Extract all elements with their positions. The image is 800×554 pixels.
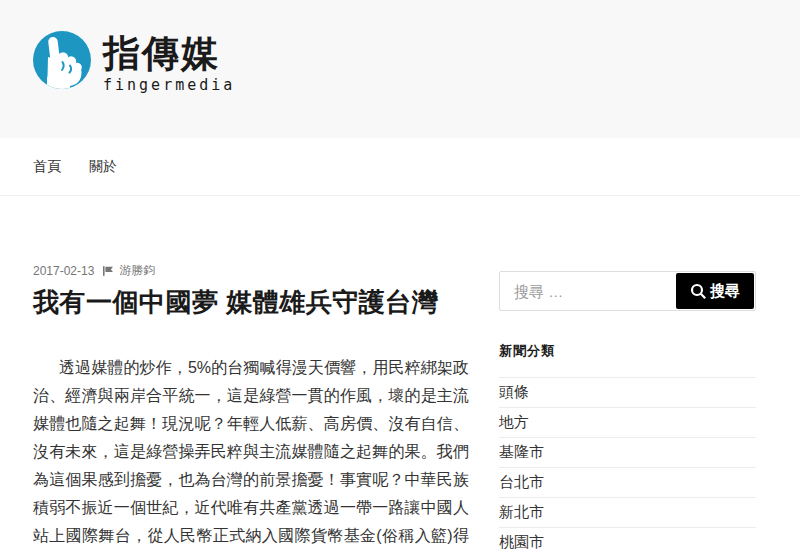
- site-logo-link[interactable]: 指傳媒 fingermedia: [33, 31, 235, 94]
- article-title: 我有一個中國夢 媒體雄兵守護台灣: [33, 287, 469, 318]
- category-link-newtaipei[interactable]: 新北市: [499, 498, 756, 527]
- site-header: 指傳媒 fingermedia: [0, 0, 800, 138]
- category-link-local[interactable]: 地方: [499, 408, 756, 437]
- categories-list: 頭條 地方 基隆市 台北市 新北市 桃園市: [499, 377, 756, 554]
- nav-item-about[interactable]: 關於: [89, 158, 117, 176]
- category-link-keelung[interactable]: 基隆市: [499, 438, 756, 467]
- main-nav: 首頁 關於: [0, 138, 800, 196]
- article-meta: 2017-02-13 游勝鈞: [33, 262, 469, 279]
- search-button[interactable]: 搜尋: [676, 273, 754, 309]
- category-link-taipei[interactable]: 台北市: [499, 468, 756, 497]
- list-item: 地方: [499, 408, 756, 438]
- content-area: 2017-02-13 游勝鈞 我有一個中國夢 媒體雄兵守護台灣 透過媒體的炒作，…: [0, 196, 800, 554]
- list-item: 台北市: [499, 468, 756, 498]
- article-date: 2017-02-13: [33, 264, 94, 278]
- list-item: 桃園市: [499, 528, 756, 554]
- nav-item-home[interactable]: 首頁: [33, 158, 61, 176]
- author-flag-icon: [102, 265, 114, 277]
- search-button-label: 搜尋: [710, 282, 740, 301]
- list-item: 基隆市: [499, 438, 756, 468]
- search-form: 搜尋: [499, 271, 756, 311]
- list-item: 頭條: [499, 378, 756, 408]
- site-tagline: fingermedia: [103, 76, 235, 94]
- article-body: 透過媒體的炒作，5%的台獨喊得漫天價響，用民粹綁架政治、經濟與兩岸合平統一，這是…: [33, 354, 469, 554]
- site-name: 指傳媒: [103, 34, 235, 75]
- search-icon: [690, 283, 707, 300]
- article-author-link[interactable]: 游勝鈞: [119, 262, 155, 279]
- categories-widget: 新聞分類 頭條 地方 基隆市 台北市 新北市 桃園市: [499, 342, 756, 554]
- article: 2017-02-13 游勝鈞 我有一個中國夢 媒體雄兵守護台灣 透過媒體的炒作，…: [33, 262, 469, 554]
- category-link-headline[interactable]: 頭條: [499, 378, 756, 407]
- category-link-taoyuan[interactable]: 桃園市: [499, 528, 756, 554]
- categories-heading: 新聞分類: [499, 342, 756, 360]
- fingermedia-logo-icon: [33, 31, 91, 89]
- list-item: 新北市: [499, 498, 756, 528]
- sidebar: 搜尋 新聞分類 頭條 地方 基隆市 台北市 新北市: [499, 262, 756, 554]
